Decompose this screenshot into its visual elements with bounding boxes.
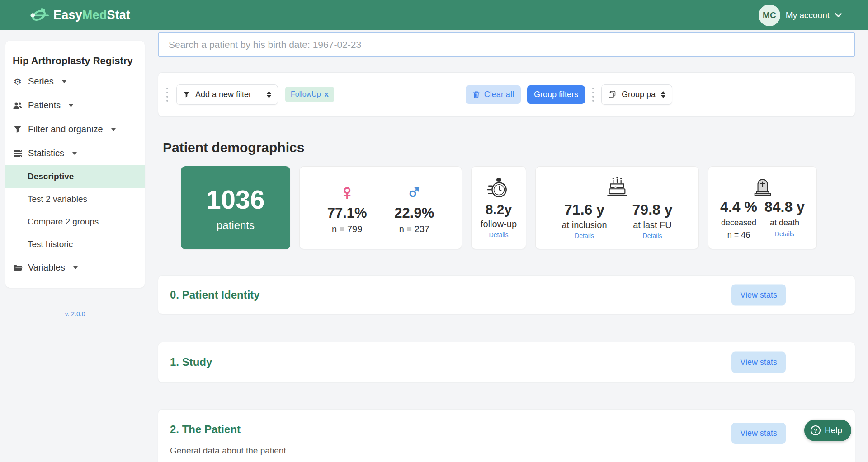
male-percent: 22.9% [394, 205, 434, 221]
demographics-heading: Patient demographics [163, 140, 855, 155]
section-title[interactable]: 0. Patient Identity [170, 289, 260, 301]
followup-card: 8.2y follow-up Details [471, 166, 526, 249]
chevron-down-icon [835, 13, 842, 18]
deceased-label: deceased [721, 218, 756, 228]
brand-logo[interactable]: EasyMedStat [29, 6, 130, 24]
sidebar-subitem-test-2-variables[interactable]: Test 2 variables [5, 188, 145, 210]
age-lastfu-value: 79.8 y [632, 201, 673, 218]
male-icon: ♂ [406, 182, 422, 202]
age-at-last-fu: 79.8 y at last FU Details [632, 201, 673, 239]
deceased-percent-col: 4.4 % deceased n = 46 [720, 199, 757, 240]
brand-wordmark: EasyMedStat [53, 8, 130, 22]
male-n: n = 237 [399, 224, 429, 234]
help-button[interactable]: ? Help [804, 420, 851, 441]
app-version[interactable]: v. 2.0.0 [5, 310, 145, 317]
age-inclusion-value: 71.6 y [564, 201, 604, 218]
group-patients-select[interactable]: Group pa [601, 84, 672, 105]
avatar[interactable]: MC [759, 5, 780, 26]
view-stats-button[interactable]: View stats [731, 285, 786, 306]
patients-label: patients [217, 219, 255, 232]
top-navbar: EasyMedStat MC My account [0, 0, 868, 30]
female-percent: 77.1% [327, 205, 367, 221]
section-study: 1. Study View stats [158, 342, 855, 383]
birthday-cake-icon [605, 176, 629, 199]
registry-title: Hip Arthroplasty Registry [5, 55, 145, 70]
age-lastfu-details-link[interactable]: Details [643, 232, 662, 239]
main-content: Add a new filter FollowUp x [151, 30, 868, 462]
remove-filter-icon[interactable]: x [325, 90, 329, 98]
section-patient-identity: 0. Patient Identity View stats [158, 275, 855, 314]
funnel-icon [183, 91, 190, 98]
caret-down-icon [73, 266, 78, 269]
view-stats-button[interactable]: View stats [731, 352, 786, 373]
demographics-cards: 1036 patients ♀ 77.1% n = 799 ♂ 22.9% n … [181, 166, 855, 249]
patients-count-card: 1036 patients [181, 166, 290, 249]
trash-icon [472, 91, 480, 98]
caret-down-icon [111, 128, 116, 131]
death-age-label: at death [770, 218, 799, 228]
deceased-percent: 4.4 % [720, 199, 757, 215]
account-menu[interactable]: MC My account [759, 5, 842, 26]
sidebar-item-variables[interactable]: Variables [5, 256, 145, 280]
drag-handle[interactable] [165, 87, 169, 103]
age-lastfu-label: at last FU [633, 220, 672, 230]
followup-label: follow-up [481, 219, 517, 229]
caret-down-icon [69, 104, 73, 107]
account-label: My account [786, 10, 830, 20]
statistics-icon [13, 149, 23, 158]
caret-down-icon [62, 80, 66, 83]
filter-bar: Add a new filter FollowUp x [158, 72, 855, 117]
sidebar-subitem-compare-2-groups[interactable]: Compare 2 groups [5, 210, 145, 233]
female-n: n = 799 [332, 224, 362, 234]
followup-value: 8.2y [486, 202, 512, 217]
add-filter-select[interactable]: Add a new filter [176, 84, 278, 105]
stopwatch-icon [487, 177, 510, 200]
section-title[interactable]: 1. Study [170, 356, 212, 369]
app-page: EasyMedStat MC My account Hip Arthroplas… [0, 0, 868, 462]
male-stats: ♂ 22.9% n = 237 [394, 182, 434, 234]
followup-details-link[interactable]: Details [489, 231, 509, 238]
age-at-death-col: 84.8 y at death Details [764, 199, 805, 240]
sidebar-subitem-test-historic[interactable]: Test historic [5, 233, 145, 256]
patient-search-input[interactable] [158, 32, 855, 57]
age-inclusion-label: at inclusion [561, 220, 607, 230]
female-icon: ♀ [339, 182, 355, 202]
sidebar-item-statistics[interactable]: Statistics [5, 141, 145, 165]
drag-handle[interactable] [591, 87, 595, 103]
death-details-link[interactable]: Details [775, 230, 794, 238]
age-card: 71.6 y at inclusion Details 79.8 y at la… [535, 166, 699, 249]
death-age-value: 84.8 y [764, 199, 805, 215]
copy-icon [608, 90, 616, 98]
deceased-n: n = 46 [727, 230, 750, 240]
age-at-inclusion: 71.6 y at inclusion Details [561, 201, 607, 239]
filter-tag-followup[interactable]: FollowUp x [285, 87, 334, 102]
sidebar-item-patients[interactable]: Patients [5, 93, 145, 117]
sex-distribution-card: ♀ 77.1% n = 799 ♂ 22.9% n = 237 [299, 166, 462, 249]
users-icon [13, 101, 23, 110]
sidebar-card: Hip Arthroplasty Registry ⚙ Series Patie… [5, 41, 145, 288]
question-mark-icon: ? [811, 425, 821, 435]
sidebar-subitem-descriptive[interactable]: Descriptive [5, 165, 145, 188]
section-the-patient: 2. The Patient General data about the pa… [158, 409, 855, 462]
patients-count: 1036 [206, 184, 264, 215]
gear-icon: ⚙ [13, 77, 23, 86]
group-filters-button[interactable]: Group filters [527, 85, 585, 104]
female-stats: ♀ 77.1% n = 799 [327, 182, 367, 234]
view-stats-button[interactable]: View stats [731, 423, 786, 444]
select-arrows-icon [267, 91, 271, 98]
sidebar-item-filter-and-organize[interactable]: Filter and organize [5, 117, 145, 141]
tombstone-icon [752, 176, 773, 197]
select-arrows-icon [661, 91, 665, 98]
deceased-card: 4.4 % deceased n = 46 84.8 y at death De… [708, 166, 817, 249]
section-subtitle: General data about the patient [170, 446, 843, 456]
caret-down-icon [72, 152, 77, 155]
sidebar-item-series[interactable]: ⚙ Series [5, 70, 145, 93]
folder-icon [13, 264, 23, 272]
sidebar: Hip Arthroplasty Registry ⚙ Series Patie… [0, 30, 151, 317]
age-inclusion-details-link[interactable]: Details [575, 232, 594, 239]
clear-all-button[interactable]: Clear all [466, 85, 521, 104]
brand-mark-icon [29, 6, 50, 24]
filter-icon [13, 126, 23, 134]
